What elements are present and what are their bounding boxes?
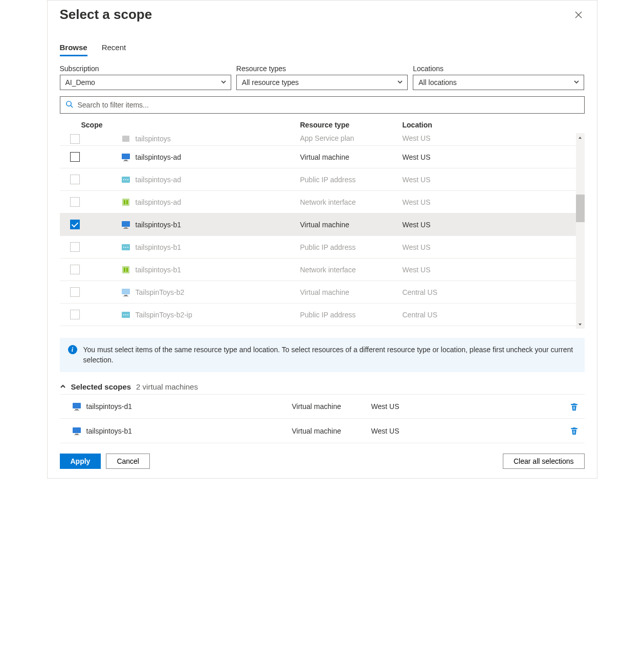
search-bar[interactable] xyxy=(60,96,585,114)
row-resource-type: Network interface xyxy=(300,198,403,206)
table-row[interactable]: tailspintoys-adVirtual machineWest US xyxy=(60,145,585,168)
search-input[interactable] xyxy=(78,101,579,109)
svg-point-2 xyxy=(66,101,71,106)
row-location: West US xyxy=(403,266,585,274)
apply-button[interactable]: Apply xyxy=(60,454,101,469)
info-icon: i xyxy=(68,345,77,354)
row-scope-name: tailspintoys-ad xyxy=(136,198,182,206)
svg-point-10 xyxy=(125,179,126,180)
subscription-value: AI_Demo xyxy=(65,78,95,87)
row-scope-name: tailspintoys-ad xyxy=(136,153,182,161)
tab-strip: Browse Recent xyxy=(60,43,585,56)
locations-label: Locations xyxy=(413,64,584,73)
table-row[interactable]: tailspintoys-b1Virtual machineWest US xyxy=(60,213,585,235)
row-checkbox xyxy=(70,287,80,297)
row-checkbox[interactable] xyxy=(70,220,80,229)
svg-rect-22 xyxy=(122,266,129,273)
table-row: TailspinToys-b2Virtual machineCentral US xyxy=(60,281,585,303)
selected-scope-name: tailspintoys-b1 xyxy=(86,427,132,435)
svg-point-30 xyxy=(125,314,126,315)
row-scope-name: tailspintoys-b1 xyxy=(136,221,182,229)
row-checkbox xyxy=(70,310,80,319)
row-resource-type: Public IP address xyxy=(300,243,403,251)
ip-icon xyxy=(121,175,130,184)
resource-types-value: All resource types xyxy=(242,78,299,87)
cancel-button[interactable]: Cancel xyxy=(106,454,150,469)
row-location: Central US xyxy=(403,288,585,296)
scope-rows-list[interactable]: tailspintoysApp Service planWest UStails… xyxy=(60,133,585,329)
svg-rect-4 xyxy=(122,136,129,142)
row-checkbox xyxy=(70,175,80,184)
svg-rect-5 xyxy=(122,154,130,159)
svg-rect-24 xyxy=(126,268,128,272)
row-resource-type: Virtual machine xyxy=(300,221,403,229)
svg-rect-7 xyxy=(123,161,128,161)
subscription-dropdown[interactable]: AI_Demo xyxy=(60,75,231,90)
table-row: tailspintoys-adNetwork interfaceWest US xyxy=(60,190,585,213)
row-resource-type: Virtual machine xyxy=(300,288,403,296)
row-checkbox[interactable] xyxy=(70,152,80,162)
vm-icon xyxy=(72,426,81,436)
row-resource-type: Virtual machine xyxy=(300,153,403,161)
row-resource-type: App Service plan xyxy=(300,134,403,142)
subscription-label: Subscription xyxy=(60,64,231,73)
resource-types-dropdown[interactable]: All resource types xyxy=(236,75,408,90)
selected-scopes-header[interactable]: Selected scopes 2 virtual machines xyxy=(60,382,585,391)
scroll-down-arrow[interactable] xyxy=(576,320,585,329)
scrollbar-track[interactable] xyxy=(576,133,585,329)
col-scope-header: Scope xyxy=(81,121,300,129)
trash-icon xyxy=(570,426,579,435)
svg-rect-40 xyxy=(73,403,81,408)
col-location-header: Location xyxy=(403,121,574,129)
close-icon xyxy=(574,11,583,19)
row-checkbox xyxy=(70,134,80,144)
svg-rect-41 xyxy=(75,409,78,410)
row-location: West US xyxy=(403,134,585,142)
remove-selected-button[interactable] xyxy=(564,402,585,411)
clear-all-selections-button[interactable]: Clear all selections xyxy=(503,454,585,469)
svg-point-9 xyxy=(123,179,124,180)
svg-point-29 xyxy=(123,314,124,315)
svg-rect-25 xyxy=(122,289,130,294)
scope-selector-panel: Select a scope Browse Recent Subscriptio… xyxy=(47,0,597,479)
svg-point-21 xyxy=(127,247,128,248)
row-scope-name: TailspinToys-b2-ip xyxy=(136,311,192,319)
subscription-filter: Subscription AI_Demo xyxy=(60,64,231,90)
svg-rect-17 xyxy=(123,228,128,229)
svg-marker-39 xyxy=(579,324,582,326)
selected-scopes-label: Selected scopes xyxy=(71,382,131,391)
locations-dropdown[interactable]: All locations xyxy=(413,75,584,90)
svg-line-3 xyxy=(71,105,73,107)
row-scope-name: tailspintoys xyxy=(136,135,171,143)
selected-scope-type: Virtual machine xyxy=(292,427,371,435)
selected-scope-row: tailspintoys-d1Virtual machineWest US xyxy=(60,394,585,419)
nif-icon xyxy=(121,198,130,207)
row-checkbox xyxy=(70,197,80,207)
vm-icon xyxy=(121,220,130,229)
row-scope-name: TailspinToys-b2 xyxy=(136,288,185,296)
selected-scopes-list: tailspintoys-d1Virtual machineWest UStai… xyxy=(60,394,585,443)
vm-icon xyxy=(121,288,130,297)
chevron-down-icon xyxy=(397,78,403,87)
table-row: tailspintoysApp Service planWest US xyxy=(60,133,585,145)
tab-recent[interactable]: Recent xyxy=(102,43,126,56)
locations-value: All locations xyxy=(418,78,457,87)
chevron-up-icon xyxy=(60,383,66,391)
selected-scope-type: Virtual machine xyxy=(292,402,371,411)
remove-selected-button[interactable] xyxy=(564,426,585,435)
tab-browse[interactable]: Browse xyxy=(60,43,87,56)
row-resource-type: Network interface xyxy=(300,266,403,274)
row-location: West US xyxy=(403,243,585,251)
svg-point-11 xyxy=(127,179,128,180)
ip-icon xyxy=(121,310,130,319)
scrollbar-thumb[interactable] xyxy=(576,195,585,222)
svg-rect-16 xyxy=(124,227,127,228)
svg-rect-42 xyxy=(74,410,79,411)
svg-marker-38 xyxy=(579,137,582,139)
locations-filter: Locations All locations xyxy=(413,64,584,90)
svg-point-20 xyxy=(125,247,126,248)
svg-rect-12 xyxy=(122,199,129,206)
scroll-up-arrow[interactable] xyxy=(576,133,585,142)
close-button[interactable] xyxy=(572,9,585,21)
row-scope-name: tailspintoys-b1 xyxy=(136,243,182,251)
